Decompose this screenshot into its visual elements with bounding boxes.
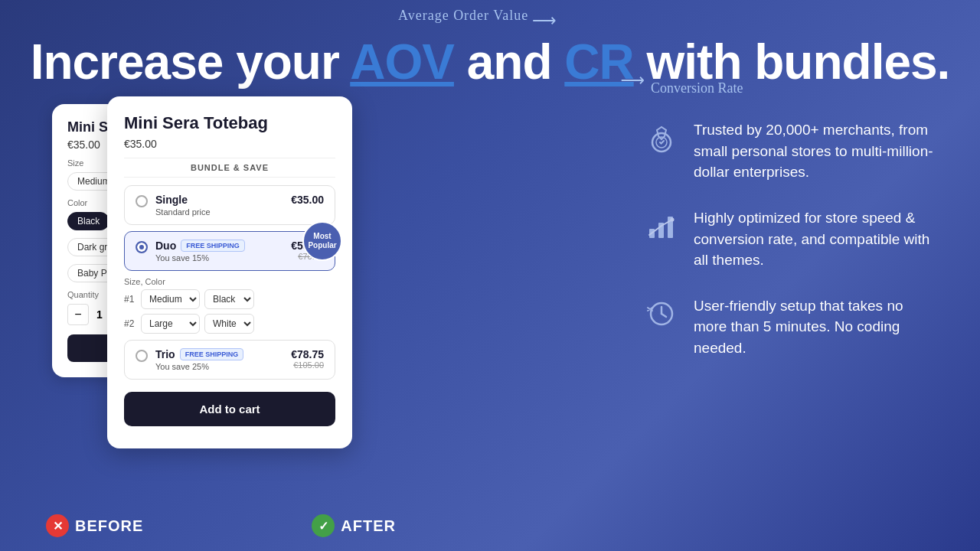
- after-label-item: ✓ AFTER: [312, 514, 396, 537]
- features-area: Trusted by 20,000+ merchants, from small…: [643, 119, 934, 383]
- bundle-option-single-name: Single: [155, 194, 283, 206]
- before-label-item: ✕ BEFORE: [46, 514, 143, 537]
- dropdown-row-1: #1 Medium Large Black White Blue: [124, 289, 335, 309]
- most-popular-badge: Most Popular: [302, 221, 342, 261]
- bundle-option-single-info: Single Standard price: [155, 194, 283, 217]
- aov-annotation: Average Order Value: [398, 8, 528, 24]
- before-color-black[interactable]: Black: [67, 212, 109, 230]
- item2-color-select[interactable]: White Black Blue: [204, 314, 254, 334]
- radio-single[interactable]: [136, 195, 148, 207]
- feature-item-1: Trusted by 20,000+ merchants, from small…: [643, 119, 934, 183]
- bundle-option-duo-subtitle: You save 15%: [155, 253, 283, 262]
- before-qty-value: 1: [96, 308, 103, 321]
- bundle-option-duo-info: Duo FREE SHIPPING You save 15%: [155, 240, 283, 262]
- cr-annotation: Conversion Rate: [651, 80, 743, 96]
- bundle-option-duo[interactable]: Duo FREE SHIPPING You save 15% €59.50 €7…: [124, 231, 335, 271]
- feature-icon-clock: [643, 295, 680, 332]
- headline-part2: and: [454, 34, 564, 90]
- item2-size-select[interactable]: Large Medium: [141, 314, 200, 334]
- feature-item-2: Highly optimized for store speed & conve…: [643, 207, 934, 271]
- headline-part1: Increase your: [31, 34, 351, 90]
- duo-free-shipping-badge: FREE SHIPPING: [181, 240, 245, 252]
- bundle-option-trio-subtitle: You save 25%: [155, 362, 283, 371]
- feature-text-2: Highly optimized for store speed & conve…: [694, 207, 934, 271]
- headline-aov: AOV: [350, 34, 454, 90]
- bottom-labels: ✕ BEFORE ✓ AFTER: [46, 514, 396, 537]
- svg-line-8: [662, 314, 666, 317]
- main-headline: Increase your AOV and CR with bundles.: [0, 35, 980, 89]
- before-label-text: BEFORE: [75, 517, 143, 535]
- before-status-icon: ✕: [46, 514, 69, 537]
- feature-text-1: Trusted by 20,000+ merchants, from small…: [694, 119, 934, 183]
- before-qty-minus[interactable]: −: [67, 304, 89, 325]
- after-add-to-cart-button[interactable]: Add to cart: [124, 392, 335, 426]
- feature-icon-chart: [643, 207, 680, 244]
- bundle-option-single-price: €35.00: [291, 194, 324, 206]
- after-card: Mini Sera Totebag €35.00 BUNDLE & SAVE S…: [107, 96, 352, 448]
- feature-icon-medal: [643, 119, 680, 156]
- item1-color-select[interactable]: Black White Blue: [204, 289, 254, 309]
- svg-point-5: [671, 218, 675, 222]
- bundle-option-trio-orig-price: €105.00: [291, 360, 324, 370]
- dropdown-row-2: #2 Large Medium White Black Blue: [124, 314, 335, 334]
- bundle-option-trio[interactable]: Trio FREE SHIPPING You save 25% €78.75 €…: [124, 340, 335, 380]
- after-product-title: Mini Sera Totebag: [124, 113, 335, 133]
- bundle-option-trio-name: Trio FREE SHIPPING: [155, 348, 283, 360]
- radio-trio[interactable]: [136, 350, 148, 362]
- radio-duo[interactable]: [136, 241, 148, 253]
- dropdown-label: Size, Color: [124, 277, 335, 286]
- bundle-option-trio-price-area: €78.75 €105.00: [291, 348, 324, 370]
- aov-arrow-icon: ⟶: [532, 11, 557, 31]
- bundle-option-single-subtitle: Standard price: [155, 207, 283, 217]
- dropdowns-area: Size, Color #1 Medium Large Black White …: [124, 277, 335, 334]
- bundle-option-trio-info: Trio FREE SHIPPING You save 25%: [155, 348, 283, 371]
- feature-item-3: User-friendly setup that takes no more t…: [643, 295, 934, 359]
- trio-free-shipping-badge: FREE SHIPPING: [180, 348, 244, 360]
- bundle-option-trio-price: €78.75: [291, 348, 324, 360]
- bundle-option-single-price-area: €35.00: [291, 194, 324, 206]
- bundle-option-duo-name: Duo FREE SHIPPING: [155, 240, 283, 252]
- item-num-1: #1: [124, 294, 136, 305]
- bundle-save-bar: BUNDLE & SAVE: [124, 158, 335, 178]
- after-label-text: AFTER: [341, 517, 396, 535]
- after-status-icon: ✓: [312, 514, 335, 537]
- feature-text-3: User-friendly setup that takes no more t…: [694, 295, 934, 359]
- header: Average Order Value ⟶ Increase your AOV …: [0, 0, 980, 89]
- item1-size-select[interactable]: Medium Large: [141, 289, 200, 309]
- bundle-option-single[interactable]: Single Standard price €35.00: [124, 185, 335, 225]
- cr-arrow-icon: ⟵: [620, 70, 645, 90]
- after-price: €35.00: [124, 138, 335, 150]
- item-num-2: #2: [124, 318, 136, 329]
